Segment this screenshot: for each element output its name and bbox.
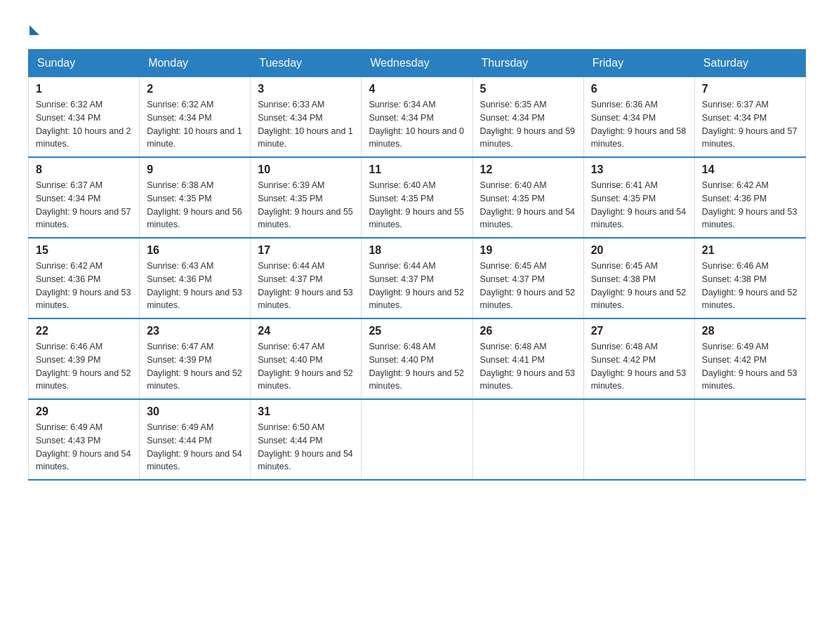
day-number: 2 — [147, 83, 243, 95]
day-info: Sunrise: 6:33 AMSunset: 4:34 PMDaylight:… — [258, 98, 354, 151]
day-number: 23 — [147, 325, 243, 337]
calendar-cell: 18Sunrise: 6:44 AMSunset: 4:37 PMDayligh… — [362, 238, 472, 318]
day-number: 16 — [147, 244, 243, 257]
day-number: 10 — [258, 163, 354, 176]
calendar-cell: 10Sunrise: 6:39 AMSunset: 4:35 PMDayligh… — [251, 157, 362, 238]
column-header-friday: Friday — [583, 50, 694, 77]
day-number: 18 — [369, 244, 465, 257]
day-info: Sunrise: 6:32 AMSunset: 4:34 PMDaylight:… — [147, 98, 243, 151]
logo-arrow-icon — [29, 25, 39, 35]
calendar-cell: 17Sunrise: 6:44 AMSunset: 4:37 PMDayligh… — [251, 238, 362, 318]
column-header-monday: Monday — [140, 50, 251, 77]
day-number: 14 — [702, 163, 798, 176]
day-number: 17 — [258, 244, 354, 257]
day-info: Sunrise: 6:41 AMSunset: 4:35 PMDaylight:… — [591, 179, 687, 232]
day-info: Sunrise: 6:50 AMSunset: 4:44 PMDaylight:… — [258, 421, 354, 474]
day-number: 25 — [369, 325, 465, 337]
day-info: Sunrise: 6:47 AMSunset: 4:39 PMDaylight:… — [147, 340, 243, 393]
day-number: 22 — [36, 325, 132, 337]
day-number: 26 — [480, 325, 576, 337]
day-info: Sunrise: 6:32 AMSunset: 4:34 PMDaylight:… — [36, 98, 132, 151]
calendar-cell: 15Sunrise: 6:42 AMSunset: 4:36 PMDayligh… — [29, 238, 140, 318]
day-info: Sunrise: 6:47 AMSunset: 4:40 PMDaylight:… — [258, 340, 354, 393]
calendar-cell: 27Sunrise: 6:48 AMSunset: 4:42 PMDayligh… — [583, 318, 694, 399]
calendar-week-row: 1Sunrise: 6:32 AMSunset: 4:34 PMDaylight… — [29, 77, 806, 158]
day-number: 11 — [369, 163, 465, 176]
day-number: 29 — [36, 405, 132, 418]
day-info: Sunrise: 6:39 AMSunset: 4:35 PMDaylight:… — [258, 179, 354, 232]
column-header-tuesday: Tuesday — [251, 50, 362, 77]
day-info: Sunrise: 6:40 AMSunset: 4:35 PMDaylight:… — [480, 179, 576, 232]
day-info: Sunrise: 6:36 AMSunset: 4:34 PMDaylight:… — [591, 98, 687, 151]
calendar-week-row: 15Sunrise: 6:42 AMSunset: 4:36 PMDayligh… — [29, 238, 806, 318]
calendar-cell: 30Sunrise: 6:49 AMSunset: 4:44 PMDayligh… — [140, 399, 251, 480]
day-number: 19 — [480, 244, 576, 257]
day-info: Sunrise: 6:35 AMSunset: 4:34 PMDaylight:… — [480, 98, 576, 151]
logo — [28, 21, 39, 35]
day-number: 8 — [36, 163, 132, 176]
day-number: 12 — [480, 163, 576, 176]
calendar-cell: 31Sunrise: 6:50 AMSunset: 4:44 PMDayligh… — [251, 399, 362, 480]
calendar-cell: 8Sunrise: 6:37 AMSunset: 4:34 PMDaylight… — [29, 157, 140, 238]
day-info: Sunrise: 6:38 AMSunset: 4:35 PMDaylight:… — [147, 179, 243, 232]
column-header-thursday: Thursday — [472, 50, 583, 77]
calendar-cell — [472, 399, 583, 480]
day-info: Sunrise: 6:42 AMSunset: 4:36 PMDaylight:… — [36, 260, 132, 312]
calendar-week-row: 22Sunrise: 6:46 AMSunset: 4:39 PMDayligh… — [29, 318, 806, 399]
calendar-cell — [583, 399, 694, 480]
day-info: Sunrise: 6:37 AMSunset: 4:34 PMDaylight:… — [36, 179, 132, 232]
day-number: 31 — [258, 405, 354, 418]
day-number: 28 — [702, 325, 798, 337]
calendar-cell: 12Sunrise: 6:40 AMSunset: 4:35 PMDayligh… — [472, 157, 583, 238]
calendar-cell: 9Sunrise: 6:38 AMSunset: 4:35 PMDaylight… — [140, 157, 251, 238]
calendar-cell: 25Sunrise: 6:48 AMSunset: 4:40 PMDayligh… — [362, 318, 472, 399]
day-number: 4 — [369, 83, 465, 95]
day-info: Sunrise: 6:48 AMSunset: 4:40 PMDaylight:… — [369, 340, 465, 393]
calendar-cell: 21Sunrise: 6:46 AMSunset: 4:38 PMDayligh… — [694, 238, 805, 318]
calendar-cell — [694, 399, 805, 480]
calendar-cell — [362, 399, 472, 480]
day-info: Sunrise: 6:34 AMSunset: 4:34 PMDaylight:… — [369, 98, 465, 151]
day-info: Sunrise: 6:46 AMSunset: 4:38 PMDaylight:… — [702, 260, 798, 312]
day-info: Sunrise: 6:49 AMSunset: 4:44 PMDaylight:… — [147, 421, 243, 474]
day-info: Sunrise: 6:44 AMSunset: 4:37 PMDaylight:… — [258, 260, 354, 312]
day-number: 7 — [702, 83, 798, 95]
calendar-cell: 29Sunrise: 6:49 AMSunset: 4:43 PMDayligh… — [29, 399, 140, 480]
day-info: Sunrise: 6:45 AMSunset: 4:38 PMDaylight:… — [591, 260, 687, 312]
calendar-cell: 4Sunrise: 6:34 AMSunset: 4:34 PMDaylight… — [362, 77, 472, 158]
calendar-cell: 20Sunrise: 6:45 AMSunset: 4:38 PMDayligh… — [583, 238, 694, 318]
day-number: 24 — [258, 325, 354, 337]
day-info: Sunrise: 6:46 AMSunset: 4:39 PMDaylight:… — [36, 340, 132, 393]
calendar-header-row: SundayMondayTuesdayWednesdayThursdayFrid… — [29, 50, 806, 77]
calendar-cell: 16Sunrise: 6:43 AMSunset: 4:36 PMDayligh… — [140, 238, 251, 318]
day-info: Sunrise: 6:44 AMSunset: 4:37 PMDaylight:… — [369, 260, 465, 312]
day-number: 20 — [591, 244, 687, 257]
day-number: 30 — [147, 405, 243, 418]
calendar-week-row: 8Sunrise: 6:37 AMSunset: 4:34 PMDaylight… — [29, 157, 806, 238]
day-info: Sunrise: 6:48 AMSunset: 4:42 PMDaylight:… — [591, 340, 687, 393]
day-number: 15 — [36, 244, 132, 257]
day-number: 6 — [591, 83, 687, 95]
day-info: Sunrise: 6:49 AMSunset: 4:43 PMDaylight:… — [36, 421, 132, 474]
calendar-cell: 3Sunrise: 6:33 AMSunset: 4:34 PMDaylight… — [251, 77, 362, 158]
calendar-table: SundayMondayTuesdayWednesdayThursdayFrid… — [28, 49, 806, 481]
day-number: 1 — [36, 83, 132, 95]
day-number: 3 — [258, 83, 354, 95]
calendar-cell: 28Sunrise: 6:49 AMSunset: 4:42 PMDayligh… — [694, 318, 805, 399]
calendar-cell: 19Sunrise: 6:45 AMSunset: 4:37 PMDayligh… — [472, 238, 583, 318]
day-info: Sunrise: 6:37 AMSunset: 4:34 PMDaylight:… — [702, 98, 798, 151]
calendar-week-row: 29Sunrise: 6:49 AMSunset: 4:43 PMDayligh… — [29, 399, 806, 480]
column-header-sunday: Sunday — [29, 50, 140, 77]
calendar-cell: 5Sunrise: 6:35 AMSunset: 4:34 PMDaylight… — [472, 77, 583, 158]
day-number: 21 — [702, 244, 798, 257]
day-number: 13 — [591, 163, 687, 176]
day-info: Sunrise: 6:45 AMSunset: 4:37 PMDaylight:… — [480, 260, 576, 312]
calendar-cell: 11Sunrise: 6:40 AMSunset: 4:35 PMDayligh… — [362, 157, 472, 238]
calendar-cell: 14Sunrise: 6:42 AMSunset: 4:36 PMDayligh… — [694, 157, 805, 238]
calendar-cell: 22Sunrise: 6:46 AMSunset: 4:39 PMDayligh… — [29, 318, 140, 399]
column-header-saturday: Saturday — [694, 50, 805, 77]
day-number: 9 — [147, 163, 243, 176]
day-number: 5 — [480, 83, 576, 95]
calendar-cell: 26Sunrise: 6:48 AMSunset: 4:41 PMDayligh… — [472, 318, 583, 399]
calendar-cell: 23Sunrise: 6:47 AMSunset: 4:39 PMDayligh… — [140, 318, 251, 399]
